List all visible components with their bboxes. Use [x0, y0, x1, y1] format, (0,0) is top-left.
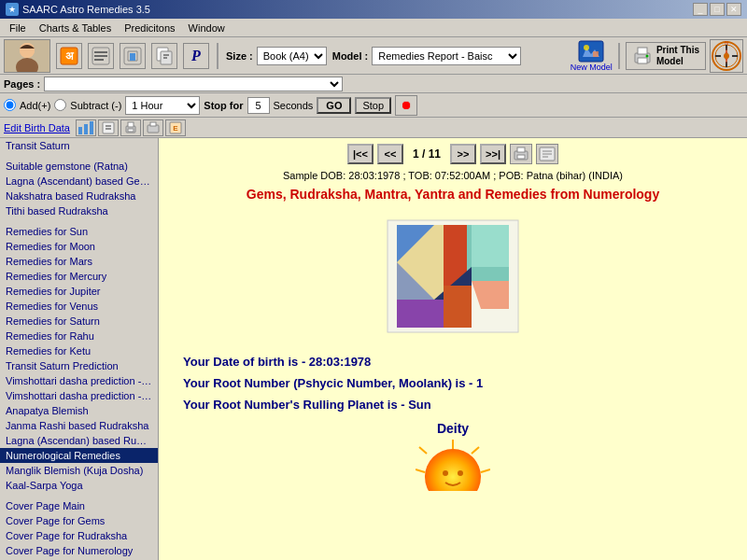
sidebar-item-cover-main[interactable]: Cover Page Main: [0, 498, 158, 513]
new-model-area[interactable]: New Model: [571, 40, 613, 72]
sidebar-item-remedies-venus[interactable]: Remedies for Venus: [0, 299, 158, 314]
svg-rect-7: [94, 51, 107, 53]
radio-subtract[interactable]: Subtract (-): [54, 99, 121, 111]
prev-page-button[interactable]: <<: [377, 144, 403, 164]
sidebar-item-vimshottari-la[interactable]: Vimshottari dasha prediction - La...: [0, 388, 158, 403]
svg-point-15: [584, 45, 589, 50]
model-select[interactable]: Remedies Report - Baisc Remedies Report …: [372, 47, 521, 65]
menu-file[interactable]: File: [4, 21, 32, 35]
avatar: [4, 39, 50, 73]
deity-label: Deity: [164, 421, 741, 436]
sidebar-item-remedies-jupiter[interactable]: Remedies for Jupiter: [0, 284, 158, 299]
last-page-button[interactable]: >>|: [480, 144, 506, 164]
sidebar-item-cover-rudraksha[interactable]: Cover Page for Rudraksha: [0, 528, 158, 543]
sample-info: Sample DOB: 28:03:1978 ; TOB: 07:52:00AM…: [164, 170, 741, 181]
svg-rect-18: [638, 48, 647, 54]
print-icon-2[interactable]: [536, 144, 558, 164]
record-button[interactable]: ⏺: [395, 95, 417, 116]
icon-btn-4[interactable]: [151, 43, 177, 69]
sidebar-item-anapatya[interactable]: Anapatya Blemish: [0, 403, 158, 418]
sidebar-item-remedies-ketu[interactable]: Remedies for Ketu: [0, 343, 158, 358]
icon-btn-1[interactable]: अ: [56, 43, 82, 69]
svg-line-63: [419, 447, 427, 454]
next-page-button[interactable]: >>: [450, 144, 476, 164]
print-button[interactable]: Print ThisModel: [626, 42, 706, 70]
content-area: |<< << 1 / 11 >> >>| Sample DOB: 28:03:1…: [159, 138, 747, 560]
icon-btn-2[interactable]: [88, 43, 114, 69]
ruling-planet-text: Your Root Number's Rulling Planet is - S…: [164, 398, 741, 412]
window-controls[interactable]: _ □ ✕: [693, 3, 741, 16]
model-label: Model :: [332, 50, 369, 62]
svg-rect-40: [150, 122, 156, 126]
sidebar-item-manglik[interactable]: Manglik Blemish (Kuja Dosha): [0, 463, 158, 478]
sidebar-item-cover-numerology[interactable]: Cover Page for Numerology: [0, 543, 158, 558]
svg-rect-37: [128, 122, 134, 127]
size-select[interactable]: Book (A4) A4 Letter: [257, 47, 327, 65]
sidebar-item-kaal-sarpa[interactable]: Kaal-Sarpa Yoga: [0, 478, 158, 493]
sidebar-item-janma-rashi[interactable]: Janma Rashi based Rudraksha: [0, 418, 158, 433]
sidebar-item-remedies-mercury[interactable]: Remedies for Mercury: [0, 269, 158, 284]
svg-rect-60: [444, 286, 472, 328]
print-small-btn[interactable]: [120, 119, 141, 136]
birth-date-text: Your Date of birth is - 28:03:1978: [164, 355, 741, 369]
toolbar-row1: अ P Size : Book (A4) A4 Letter: [0, 37, 747, 75]
add-label: Add(+): [20, 100, 50, 111]
svg-point-69: [458, 470, 463, 476]
close-button[interactable]: ✕: [726, 3, 741, 16]
app-title: SAARC Astro Remedies 3.5: [22, 4, 150, 15]
svg-text:N: N: [725, 40, 728, 46]
sidebar-item-remedies-saturn[interactable]: Remedies for Saturn: [0, 314, 158, 329]
radio-add[interactable]: Add(+): [4, 99, 50, 111]
sidebar: Transit Saturn Suitable gemstone (Ratna)…: [0, 138, 159, 560]
sidebar-item-vimshottari-ve[interactable]: Vimshottari dasha prediction - Ve...: [0, 373, 158, 388]
sidebar-item-lagna-gems[interactable]: Lagna (Ascendant) based Gems: [0, 174, 158, 189]
go-button[interactable]: GO: [317, 97, 351, 114]
menu-bar: File Charts & Tables Predicitons Window: [0, 19, 747, 37]
hour-select[interactable]: 1 Hour 2 Hours 6 Hours 12 Hours 1 Day: [125, 96, 200, 115]
separator-2: [618, 43, 620, 69]
menu-charts-tables[interactable]: Charts & Tables: [34, 21, 117, 35]
sidebar-item-numerological[interactable]: Numerological Remedies: [0, 448, 158, 463]
sidebar-item-remedies-sun[interactable]: Remedies for Sun: [0, 224, 158, 239]
svg-rect-11: [130, 53, 135, 61]
sun-graphic-area: [164, 440, 741, 491]
sidebar-item-lagna-rudraksha[interactable]: Lagna (Ascendan) based Rudraksh: [0, 433, 158, 448]
chart-btn[interactable]: [76, 119, 96, 136]
svg-point-28: [724, 53, 729, 59]
calc-btn[interactable]: [98, 119, 119, 136]
first-page-button[interactable]: |<<: [347, 144, 374, 164]
model-group: Model : Remedies Report - Baisc Remedies…: [332, 47, 522, 65]
compass-icon-btn[interactable]: N: [710, 39, 743, 73]
printer2-btn[interactable]: [143, 119, 163, 136]
svg-line-62: [472, 447, 479, 454]
size-group: Size : Book (A4) A4 Letter: [226, 47, 327, 65]
sidebar-item-transit-saturn-pred[interactable]: Transit Saturn Prediction: [0, 358, 158, 373]
icon-btn-p[interactable]: P: [183, 43, 209, 69]
sidebar-item-remedies-mars[interactable]: Remedies for Mars: [0, 254, 158, 269]
sidebar-item-cover-gems[interactable]: Cover Page for Gems: [0, 513, 158, 528]
maximize-button[interactable]: □: [710, 3, 725, 16]
sidebar-item-remedies-rahu[interactable]: Remedies for Rahu: [0, 329, 158, 343]
title-bar: ★ SAARC Astro Remedies 3.5 _ □ ✕: [0, 0, 747, 19]
subtract-radio[interactable]: [54, 99, 66, 111]
sidebar-item-remedies-moon[interactable]: Remedies for Moon: [0, 239, 158, 254]
pages-select[interactable]: [44, 77, 343, 91]
svg-rect-9: [94, 59, 104, 61]
icon-btn-3[interactable]: [120, 43, 146, 69]
stop-button[interactable]: Stop: [355, 97, 391, 114]
edit-birth-link[interactable]: Edit Birth Data: [4, 122, 70, 133]
minimize-button[interactable]: _: [693, 3, 708, 16]
sidebar-item-tithi-rudraksha[interactable]: Tithi based Rudraksha: [0, 203, 158, 218]
sidebar-item-transit-saturn[interactable]: Transit Saturn: [0, 138, 158, 153]
svg-line-65: [416, 469, 425, 472]
print-icon-1[interactable]: [510, 144, 532, 164]
menu-window[interactable]: Window: [183, 21, 231, 35]
root-number-text: Your Root Number (Pshycic Number, Moolan…: [164, 376, 741, 390]
export-btn[interactable]: E: [165, 119, 186, 136]
add-radio[interactable]: [4, 99, 16, 111]
menu-predictions[interactable]: Predicitons: [119, 21, 180, 35]
stop-input[interactable]: [247, 97, 270, 114]
seconds-label: Seconds: [274, 100, 314, 111]
sidebar-item-nakshatra-rudraksha[interactable]: Nakshatra based Rudraksha: [0, 189, 158, 203]
sidebar-item-suitable-gemstone[interactable]: Suitable gemstone (Ratna): [0, 159, 158, 174]
